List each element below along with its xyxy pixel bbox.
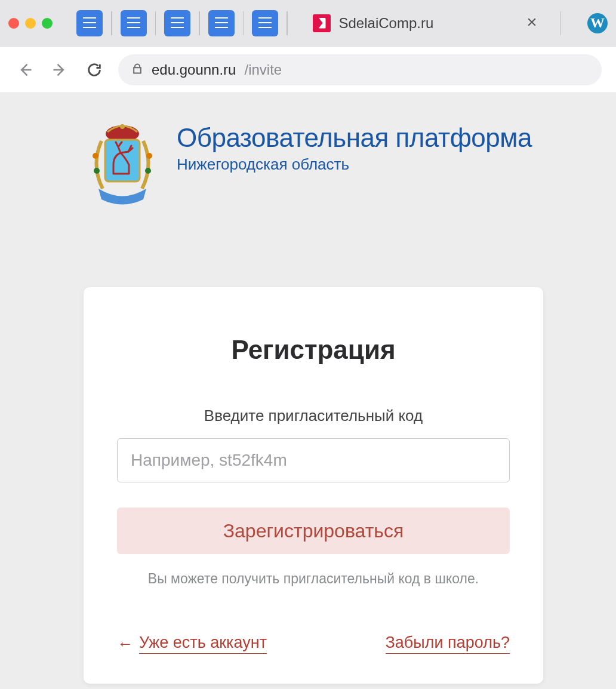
invite-prompt: Введите пригласительный код: [117, 407, 510, 425]
browser-toolbar: edu.gounn.ru/invite: [0, 47, 616, 93]
close-icon: [526, 16, 538, 28]
close-tab-button[interactable]: [520, 13, 544, 34]
brand-header: Образовательная платформа Нижегородская …: [84, 123, 592, 210]
background-tabs: [76, 10, 296, 36]
arrow-left-icon: ←: [117, 635, 133, 653]
tab-doc-icon[interactable]: [121, 10, 147, 36]
svg-point-4: [146, 153, 152, 159]
active-tab[interactable]: SdelaiComp.ru: [302, 7, 555, 40]
register-button[interactable]: Зарегистрироваться: [117, 507, 510, 554]
svg-point-1: [120, 124, 125, 129]
forward-button[interactable]: [49, 59, 70, 81]
svg-point-5: [94, 168, 100, 174]
registration-card: Регистрация Введите пригласительный код …: [84, 287, 543, 684]
forgot-password-link[interactable]: Забыли пароль?: [386, 633, 510, 654]
already-have-account-link[interactable]: ← Уже есть аккаунт: [117, 633, 267, 654]
tab-separator: [243, 11, 244, 35]
reload-icon: [86, 61, 103, 78]
back-button[interactable]: [14, 59, 36, 81]
window-close-button[interactable]: [8, 18, 19, 29]
tab-separator: [560, 11, 562, 35]
tab-separator: [287, 11, 288, 35]
tab-doc-icon[interactable]: [76, 10, 103, 36]
card-footer-links: ← Уже есть аккаунт Забыли пароль?: [117, 633, 510, 654]
window-controls: [8, 18, 53, 29]
brand-text: Образовательная платформа Нижегородская …: [177, 123, 532, 174]
svg-point-3: [93, 153, 98, 159]
url-path: /invite: [244, 61, 282, 78]
lock-icon-svg: [131, 63, 143, 75]
invite-code-input[interactable]: [117, 438, 510, 482]
active-tab-title: SdelaiComp.ru: [339, 15, 434, 32]
tab-doc-icon[interactable]: [164, 10, 190, 36]
card-heading: Регистрация: [117, 335, 510, 365]
url-domain: edu.gounn.ru: [152, 61, 236, 78]
arrow-right-icon: [51, 61, 68, 78]
tab-doc-icon[interactable]: [252, 10, 278, 36]
tab-separator: [111, 11, 112, 35]
platform-subtitle: Нижегородская область: [177, 155, 532, 174]
window-minimize-button[interactable]: [25, 18, 36, 29]
tab-doc-icon[interactable]: [208, 10, 235, 36]
address-bar[interactable]: edu.gounn.ru/invite: [118, 54, 602, 85]
window-maximize-button[interactable]: [42, 18, 53, 29]
tab-separator: [155, 11, 156, 35]
svg-point-6: [145, 168, 151, 174]
lock-icon: [131, 61, 143, 78]
already-have-account-label[interactable]: Уже есть аккаунт: [139, 633, 267, 654]
browser-tab-strip: SdelaiComp.ru W: [0, 0, 616, 47]
invite-hint: Вы можете получить пригласительный код в…: [117, 571, 510, 587]
svg-rect-2: [105, 140, 140, 182]
platform-title: Образовательная платформа: [177, 123, 532, 153]
wordpress-extension-icon[interactable]: W: [587, 13, 608, 33]
tab-separator: [199, 11, 200, 35]
favicon-icon: [313, 14, 331, 32]
reload-button[interactable]: [84, 59, 105, 81]
arrow-left-icon: [17, 61, 33, 78]
page-content: Образовательная платформа Нижегородская …: [0, 93, 616, 684]
coat-of-arms-icon: [84, 123, 161, 210]
